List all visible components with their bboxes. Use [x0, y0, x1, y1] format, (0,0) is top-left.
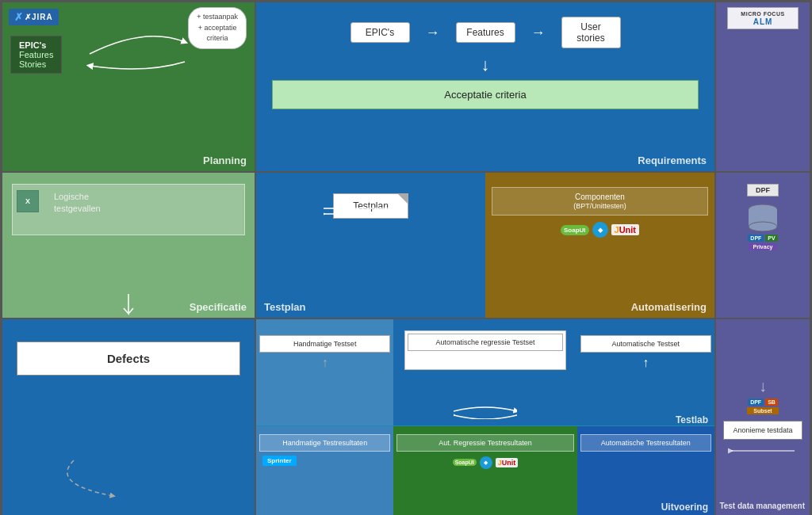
componenten-box: Componenten(BPT/Unittesten) — [492, 187, 708, 216]
aut-regressie-res-box: Aut. Regressie Testresultaten — [396, 434, 573, 452]
database-icon — [743, 200, 783, 231]
handmatige-testset-box: Handmatige Testset — [259, 335, 390, 353]
anonieme-box: Anonieme testdata — [723, 421, 803, 440]
tool-logos-bottom: SoapUI ◆ JUnit — [396, 456, 573, 469]
features-item: Features — [19, 50, 53, 59]
junit-logo-b: JUnit — [496, 458, 519, 467]
defects-cell: Defects — [2, 319, 255, 515]
accelq-logo-b: ◆ — [480, 456, 492, 469]
arrow-epics-features: → — [426, 25, 440, 41]
sprinter-badge: Sprinter — [262, 456, 297, 466]
testplan-auto-cell: Testplan Testplan Componenten(BPT/Unitte… — [255, 172, 715, 319]
testplan-section: Testplan Testplan — [256, 173, 485, 318]
arrow-features-stories: → — [531, 25, 546, 41]
subset-label: Subset — [747, 407, 778, 414]
requirements-label: Requirements — [638, 154, 707, 166]
dpf-pv-stack: DPF PV Privacy — [721, 235, 805, 250]
automatisering-section: Componenten(BPT/Unittesten) SoapUI ◆ JUn… — [485, 173, 714, 318]
dpf-badge-top: DPF — [747, 184, 779, 196]
defects-dashed-arrow — [34, 452, 193, 500]
testplan-label: Testplan — [264, 301, 306, 313]
jira-logo: ✗ ✗JIRA — [9, 9, 59, 25]
handmatige-res-box: Handmatige Testresultaten — [259, 434, 390, 452]
microfocus-logo: MICRO FOCUS ALM — [727, 7, 799, 29]
testlab-col-auto: Automatische Testset ↑ — [577, 319, 714, 425]
testlab-top: Handmatige Testset ↑ Automatische regres… — [256, 319, 714, 425]
jira-x-icon: ✗ — [14, 11, 23, 23]
main-diagram: ✗ ✗JIRA + testaanpak+ acceptatiecriteria… — [0, 0, 812, 515]
auto-regressie-testset-box: Automatische regressie Testset — [408, 334, 563, 351]
dpf-sb-label: DPF — [748, 399, 764, 406]
dpf-sb-stack: DPF SB Subset — [747, 399, 778, 414]
test-data-management-label: Test data management — [719, 501, 805, 511]
accelq-logo: ◆ — [592, 222, 608, 238]
regressie-arrows — [454, 403, 517, 419]
testlab-label: Testlab — [676, 414, 708, 425]
uitv-regressie: Aut. Regressie Testresultaten SoapUI ◆ J… — [393, 426, 576, 515]
uitvoering-section: Handmatige Testresultaten Sprinter Aut. … — [256, 425, 714, 515]
auto-testset-box: Automatische Testset — [580, 335, 711, 353]
soapui-logo-b: SoapUI — [453, 459, 477, 466]
dpf-label: DPF — [748, 235, 764, 242]
sb-label: SB — [765, 399, 778, 406]
planning-label: Planning — [203, 154, 247, 166]
privacy-label: Privacy — [749, 243, 778, 250]
epics-item: EPIC's — [19, 40, 53, 50]
pv-label: PV — [765, 235, 777, 242]
requirements-cell: EPIC's → Features → Userstories ↓ Accept… — [255, 2, 715, 172]
auto-res-box: Automatische Testresultaten — [580, 434, 711, 452]
spec-to-testplan-arrow — [121, 294, 136, 318]
testaanpak-bubble: + testaanpak+ acceptatiecriteria — [188, 7, 247, 49]
testlab-col-handmatige: Handmatige Testset ↑ — [256, 319, 393, 425]
req-stories-box: Userstories — [561, 17, 621, 48]
req-features-box: Features — [456, 22, 515, 43]
automatisering-label: Automatisering — [631, 301, 707, 313]
planning-cell: ✗ ✗JIRA + testaanpak+ acceptatiecriteria… — [2, 2, 255, 172]
specificatie-label: Specificatie — [190, 301, 247, 313]
right-bot-cell: ↓ DPF SB Subset Anonieme testdata Test d… — [715, 319, 810, 515]
testplan-arrows — [324, 204, 403, 220]
stories-item: Stories — [19, 59, 53, 69]
specificatie-cell: X Logischetestgevallen Specificatie — [2, 172, 255, 319]
acceptatie-box: Acceptatie criteria — [272, 80, 699, 109]
req-epics-box: EPIC's — [350, 22, 410, 43]
uitvoering-label: Uitvoering — [661, 502, 708, 513]
uitv-handmatige: Handmatige Testresultaten Sprinter — [256, 426, 393, 515]
defects-box: Defects — [17, 341, 240, 376]
right-top-cell: MICRO FOCUS ALM — [715, 2, 810, 172]
planning-items-box: EPIC's Features Stories — [10, 36, 62, 74]
tool-logos: SoapUI ◆ JUnit — [492, 222, 708, 238]
testlab-cell: Handmatige Testset ↑ Automatische regres… — [255, 319, 715, 515]
anonieme-arrow — [723, 443, 802, 459]
junit-logo: JUnit — [611, 224, 640, 235]
soapui-logo: SoapUI — [561, 225, 589, 235]
logische-box: Logischetestgevallen — [12, 184, 245, 235]
right-mid-cell: DPF DPF PV Privacy — [715, 172, 810, 319]
svg-point-2 — [749, 222, 777, 231]
testlab-col-regressie: Automatische regressie Testset — [393, 319, 576, 425]
